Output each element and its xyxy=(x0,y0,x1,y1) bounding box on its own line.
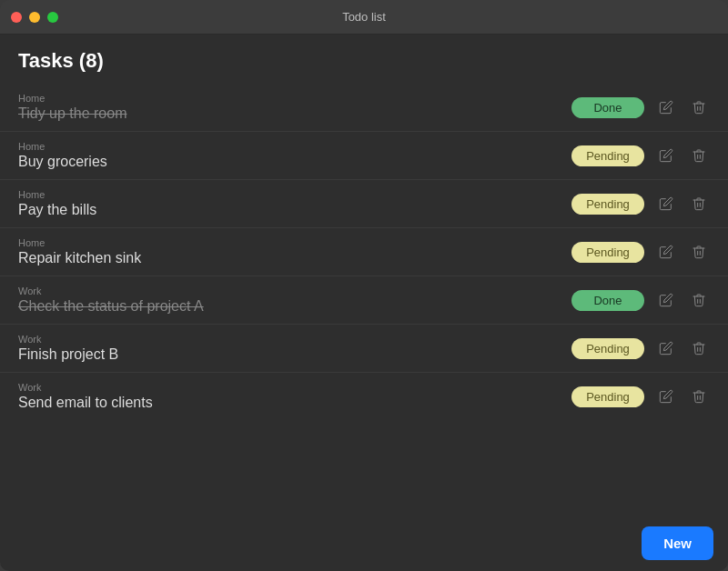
page-title: Tasks (8) xyxy=(18,49,710,73)
task-right: Pending xyxy=(571,145,710,166)
delete-button[interactable] xyxy=(688,387,710,406)
delete-button[interactable] xyxy=(688,98,710,116)
delete-icon xyxy=(692,148,706,163)
delete-icon xyxy=(692,196,706,211)
status-badge: Pending xyxy=(571,386,644,407)
bottom-bar: New xyxy=(627,516,728,571)
edit-icon xyxy=(659,293,673,307)
edit-button[interactable] xyxy=(655,339,677,357)
task-name: Pay the bills xyxy=(18,202,96,218)
main-content: Tasks (8) HomeTidy up the roomDoneHomeBu… xyxy=(0,35,728,571)
task-item: HomeRepair kitchen sinkPending xyxy=(0,228,728,276)
delete-button[interactable] xyxy=(688,339,710,357)
task-left: WorkFinish project B xyxy=(18,334,118,363)
title-bar: Todo list xyxy=(0,0,728,35)
task-name: Tidy up the room xyxy=(18,105,126,122)
task-name: Buy groceries xyxy=(18,154,107,170)
task-item: HomePay the billsPending xyxy=(0,180,728,228)
maximize-button[interactable] xyxy=(47,12,58,23)
status-badge: Pending xyxy=(571,145,644,166)
edit-button[interactable] xyxy=(655,98,677,116)
new-button[interactable]: New xyxy=(642,526,713,560)
task-item: WorkCheck the status of project ADone xyxy=(0,276,728,325)
page-header: Tasks (8) xyxy=(0,35,728,84)
edit-icon xyxy=(659,245,673,259)
edit-icon xyxy=(659,100,673,115)
task-left: HomeBuy groceries xyxy=(18,141,107,170)
edit-icon xyxy=(659,389,673,404)
task-category: Work xyxy=(18,286,204,296)
task-right: Pending xyxy=(571,242,710,263)
task-right: Done xyxy=(571,97,710,118)
status-badge: Pending xyxy=(571,194,644,215)
delete-button[interactable] xyxy=(688,291,710,309)
task-category: Home xyxy=(18,93,126,104)
task-left: HomePay the bills xyxy=(18,189,96,218)
edit-button[interactable] xyxy=(655,243,677,261)
delete-icon xyxy=(692,341,706,356)
traffic-lights xyxy=(11,12,58,23)
edit-button[interactable] xyxy=(655,387,677,406)
task-right: Pending xyxy=(571,338,710,359)
task-item: WorkFinish project BPending xyxy=(0,325,728,373)
delete-button[interactable] xyxy=(688,243,710,261)
window-title: Todo list xyxy=(342,10,386,24)
task-category: Work xyxy=(18,334,118,345)
delete-button[interactable] xyxy=(688,146,710,165)
status-badge: Done xyxy=(571,97,644,118)
edit-button[interactable] xyxy=(655,146,677,165)
edit-icon xyxy=(659,341,673,356)
task-category: Home xyxy=(18,189,96,200)
delete-icon xyxy=(692,245,706,259)
delete-button[interactable] xyxy=(688,195,710,213)
close-button[interactable] xyxy=(11,12,22,23)
task-left: WorkCheck the status of project A xyxy=(18,286,204,315)
status-badge: Pending xyxy=(571,242,644,263)
task-right: Done xyxy=(571,290,710,311)
task-left: WorkSend email to clients xyxy=(18,382,153,411)
status-badge: Pending xyxy=(571,338,644,359)
edit-icon xyxy=(659,196,673,211)
edit-icon xyxy=(659,148,673,163)
task-right: Pending xyxy=(571,194,710,215)
task-name: Send email to clients xyxy=(18,395,153,411)
task-name: Repair kitchen sink xyxy=(18,250,141,266)
task-name: Finish project B xyxy=(18,346,118,363)
task-category: Home xyxy=(18,141,107,152)
delete-icon xyxy=(692,100,706,115)
task-name: Check the status of project A xyxy=(18,298,204,315)
task-right: Pending xyxy=(571,386,710,407)
task-left: HomeTidy up the room xyxy=(18,93,126,122)
task-left: HomeRepair kitchen sink xyxy=(18,237,141,266)
status-badge: Done xyxy=(571,290,644,311)
edit-button[interactable] xyxy=(655,195,677,213)
task-item: WorkSend email to clientsPending xyxy=(0,373,728,420)
task-item: HomeTidy up the roomDone xyxy=(0,84,728,132)
task-category: Home xyxy=(18,237,141,248)
task-item: HomeBuy groceriesPending xyxy=(0,132,728,180)
delete-icon xyxy=(692,389,706,404)
delete-icon xyxy=(692,293,706,307)
minimize-button[interactable] xyxy=(29,12,40,23)
task-category: Work xyxy=(18,382,153,393)
task-list: HomeTidy up the roomDoneHomeBuy grocerie… xyxy=(0,84,728,547)
edit-button[interactable] xyxy=(655,291,677,309)
